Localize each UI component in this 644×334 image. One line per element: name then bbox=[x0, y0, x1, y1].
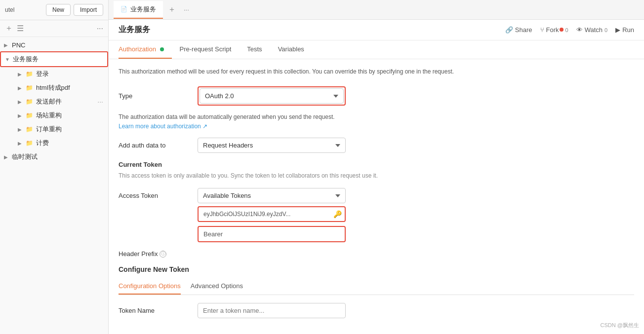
play-icon: ▶ bbox=[615, 26, 620, 34]
bearer-input-wrap bbox=[198, 226, 346, 242]
import-button[interactable]: Import bbox=[74, 4, 103, 16]
info-icon[interactable]: ⓘ bbox=[160, 251, 166, 258]
sidebar-item-login[interactable]: ▶ 📁 登录 bbox=[0, 67, 108, 81]
main-panel: 📄 业务服务 ＋ ··· 业务服务 🔗 Share ⑂ Fork 0 👁 Wat… bbox=[109, 0, 644, 334]
sidebar-item-send-email[interactable]: ▶ 📁 发送邮件 ··· bbox=[0, 95, 108, 109]
tab-variables[interactable]: Variables bbox=[278, 40, 312, 59]
fork-icon: ⑂ bbox=[540, 26, 544, 34]
learn-more-text: Learn more about authorization bbox=[119, 123, 201, 130]
fork-dot bbox=[560, 28, 564, 32]
add-auth-select[interactable]: Request Headers Request URL bbox=[198, 138, 346, 153]
sidebar-item-label: 业务服务 bbox=[13, 55, 102, 64]
add-auth-row: Add auth data to Request Headers Request… bbox=[119, 138, 634, 153]
folder-icon: 📁 bbox=[26, 140, 33, 147]
sidebar-item-order[interactable]: ▶ 📁 订单重构 bbox=[0, 122, 108, 136]
token-name-row: Token Name bbox=[119, 303, 634, 318]
watch-button[interactable]: 👁 Watch 0 bbox=[576, 26, 607, 34]
token-value-area: 🔑 bbox=[198, 206, 346, 242]
current-token-section: Current Token This access token is only … bbox=[119, 161, 634, 180]
sidebar-tree: ▶ PNC ▼ 业务服务 ▶ 📁 登录 ▶ 📁 html转成pdf ▶ 📁 发送… bbox=[0, 37, 108, 334]
folder-icon: 📁 bbox=[26, 126, 33, 133]
type-label: Type bbox=[119, 92, 198, 100]
watch-count: 0 bbox=[604, 27, 607, 33]
tab-variables-label: Variables bbox=[278, 45, 304, 53]
plus-icon[interactable]: ＋ bbox=[5, 23, 13, 34]
sidebar-item-label: 临时测试 bbox=[12, 152, 103, 161]
add-auth-label: Add auth data to bbox=[119, 142, 198, 149]
header-prefix-row: Header Prefix ⓘ bbox=[119, 250, 634, 258]
auto-text: The authorization data will be automatic… bbox=[119, 113, 634, 120]
share-button[interactable]: 🔗 Share bbox=[505, 26, 532, 34]
arrow-icon: ▶ bbox=[18, 113, 23, 118]
tab-more-button[interactable]: ··· bbox=[181, 4, 192, 15]
sidebar-item-yewufuwu[interactable]: ▼ 业务服务 bbox=[0, 51, 108, 67]
access-token-row: Access Token Available Tokens 🔑 bbox=[119, 188, 634, 242]
sidebar-item-billing[interactable]: ▶ 📁 计费 bbox=[0, 136, 108, 150]
eye-icon: 👁 bbox=[576, 26, 583, 34]
tab-bar: 📄 业务服务 ＋ ··· bbox=[109, 0, 644, 20]
app-name: utel bbox=[5, 6, 14, 13]
sidebar-item-html-pdf[interactable]: ▶ 📁 html转成pdf bbox=[0, 81, 108, 95]
token-name-label: Token Name bbox=[119, 307, 198, 314]
folder-icon: 📁 bbox=[26, 112, 33, 119]
sidebar-item-label: 订单重构 bbox=[36, 125, 103, 134]
arrow-icon: ▶ bbox=[4, 154, 9, 160]
arrow-icon: ▶ bbox=[18, 72, 23, 77]
folder-icon: 📁 bbox=[26, 98, 33, 105]
share-icon: 🔗 bbox=[505, 26, 513, 34]
token-eye-button[interactable]: 🔑 bbox=[333, 210, 342, 218]
access-token-select[interactable]: Available Tokens bbox=[198, 188, 346, 203]
run-button[interactable]: ▶ Run bbox=[615, 26, 634, 34]
file-icon: 📄 bbox=[121, 6, 127, 12]
sidebar-header: utel New Import bbox=[0, 0, 108, 20]
configure-tab-advanced[interactable]: Advanced Options bbox=[191, 278, 243, 295]
configure-title: Configure New Token bbox=[119, 265, 634, 273]
sidebar-actions: New Import bbox=[46, 4, 103, 16]
learn-more-link[interactable]: Learn more about authorization ↗ bbox=[119, 123, 207, 130]
sidebar-item-temp[interactable]: ▶ 临时测试 bbox=[0, 150, 108, 164]
arrow-icon: ▶ bbox=[18, 85, 23, 91]
filter-icon[interactable]: ☰ bbox=[17, 24, 24, 33]
run-label: Run bbox=[622, 26, 634, 34]
more-icon[interactable]: ··· bbox=[97, 24, 103, 33]
arrow-icon: ▶ bbox=[18, 99, 23, 105]
tab-tests[interactable]: Tests bbox=[247, 40, 270, 59]
bearer-input[interactable] bbox=[199, 227, 345, 241]
fork-label: Fork bbox=[546, 26, 559, 34]
sidebar-item-pnc[interactable]: ▶ PNC bbox=[0, 39, 108, 51]
add-auth-select-wrapper: Request Headers Request URL bbox=[198, 138, 346, 153]
sidebar-item-label: PNC bbox=[12, 41, 103, 49]
tab-tests-label: Tests bbox=[247, 45, 262, 53]
tab-yewufuwu[interactable]: 📄 业务服务 bbox=[114, 1, 163, 19]
arrow-icon: ↗ bbox=[202, 123, 207, 130]
tab-pre-request[interactable]: Pre-request Script bbox=[180, 40, 240, 59]
arrow-icon: ▶ bbox=[4, 42, 9, 48]
tab-pre-request-label: Pre-request Script bbox=[180, 45, 232, 53]
type-row: Type OAuth 2.0 No Auth API Key Bearer To… bbox=[119, 86, 634, 106]
sidebar-item-label: 计费 bbox=[36, 139, 103, 148]
new-button[interactable]: New bbox=[46, 4, 71, 16]
configure-tabs: Configuration Options Advanced Options bbox=[119, 278, 634, 295]
access-token-select-wrapper: Available Tokens bbox=[198, 188, 346, 203]
more-icon[interactable]: ··· bbox=[97, 98, 103, 106]
content-header: 业务服务 🔗 Share ⑂ Fork 0 👁 Watch 0 ▶ Run bbox=[109, 20, 644, 40]
watch-label: Watch bbox=[585, 26, 603, 34]
folder-icon: 📁 bbox=[26, 84, 33, 91]
tab-authorization-label: Authorization bbox=[119, 45, 156, 53]
fork-count: 0 bbox=[565, 27, 568, 33]
tab-add-button[interactable]: ＋ bbox=[163, 2, 181, 17]
arrow-icon: ▶ bbox=[18, 127, 23, 132]
current-token-desc: This access token is only available to y… bbox=[119, 171, 634, 180]
auth-info: The authorization data will be automatic… bbox=[119, 113, 634, 130]
sidebar-item-station[interactable]: ▶ 📁 场站重构 bbox=[0, 109, 108, 122]
configure-tab-options[interactable]: Configuration Options bbox=[119, 278, 181, 295]
token-name-input[interactable] bbox=[198, 303, 346, 318]
tab-label: 业务服务 bbox=[130, 5, 156, 14]
type-select[interactable]: OAuth 2.0 No Auth API Key Bearer Token B… bbox=[200, 88, 344, 104]
sidebar: utel New Import ＋ ☰ ··· ▶ PNC ▼ 业务服务 ▶ 📁… bbox=[0, 0, 109, 334]
page-title: 业务服务 bbox=[119, 25, 150, 35]
fork-button[interactable]: ⑂ Fork 0 bbox=[540, 26, 568, 34]
tab-authorization[interactable]: Authorization bbox=[119, 40, 172, 59]
type-select-wrapper: OAuth 2.0 No Auth API Key Bearer Token B… bbox=[198, 86, 346, 106]
token-value-input[interactable] bbox=[199, 207, 345, 221]
